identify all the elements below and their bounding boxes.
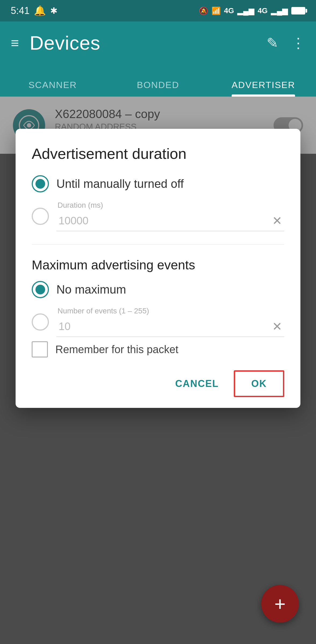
- remember-checkbox[interactable]: [32, 341, 48, 357]
- events-input-wrapper: Number of events (1 – 255) 10 ✕: [56, 307, 284, 337]
- duration-input-row: Duration (ms) 10000 ✕: [32, 201, 284, 231]
- duration-field-row: 10000 ✕: [56, 211, 284, 231]
- option-no-max-label: No maximum: [56, 283, 126, 296]
- dialog-buttons: CANCEL OK: [32, 370, 284, 397]
- ok-button[interactable]: OK: [234, 370, 284, 397]
- duration-field-label: Duration (ms): [58, 201, 284, 210]
- events-value[interactable]: 10: [56, 319, 270, 334]
- option-manual-radio[interactable]: [32, 175, 49, 192]
- events-input-row: Number of events (1 – 255) 10 ✕: [32, 307, 284, 337]
- advertisement-duration-dialog: Advertisement duration Until manually tu…: [16, 129, 300, 408]
- events-clear-icon[interactable]: ✕: [270, 319, 284, 334]
- events-field-label: Number of events (1 – 255): [58, 307, 284, 315]
- duration-clear-icon[interactable]: ✕: [270, 213, 284, 229]
- duration-input-wrapper: Duration (ms) 10000 ✕: [56, 201, 284, 231]
- section2-title: Maximum advertising events: [32, 258, 284, 272]
- remember-checkbox-row[interactable]: Remember for this packet: [32, 341, 284, 357]
- events-field-row: 10 ✕: [56, 316, 284, 337]
- duration-value[interactable]: 10000: [56, 214, 270, 228]
- option-duration-radio[interactable]: [32, 208, 49, 225]
- option-events-radio[interactable]: [32, 313, 49, 331]
- option-no-max-radio[interactable]: [32, 281, 49, 298]
- section-divider: [32, 244, 284, 245]
- cancel-button[interactable]: CANCEL: [164, 372, 229, 396]
- option-manual-label: Until manually turned off: [56, 177, 184, 191]
- dialog-title: Advertisement duration: [32, 145, 284, 162]
- option-no-max-row[interactable]: No maximum: [32, 281, 284, 298]
- dialog-overlay: Advertisement duration Until manually tu…: [0, 0, 316, 644]
- option-manual-row[interactable]: Until manually turned off: [32, 175, 284, 192]
- remember-label: Remember for this packet: [55, 343, 178, 356]
